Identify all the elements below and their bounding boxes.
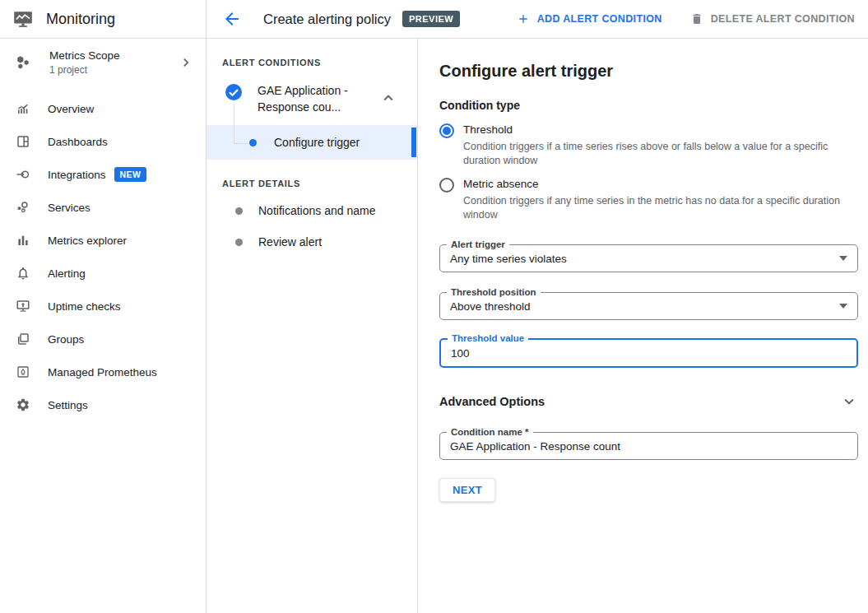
sidebar-item-settings[interactable]: Settings xyxy=(0,388,206,421)
chevron-right-icon xyxy=(178,54,194,71)
threshold-value-label: Threshold value xyxy=(448,333,528,343)
back-arrow-icon[interactable] xyxy=(222,9,242,29)
alert-details-header: ALERT DETAILS xyxy=(222,179,417,188)
threshold-position-select[interactable]: Threshold position Above threshold xyxy=(439,292,858,320)
step-notifications-and-name[interactable]: Notifications and name xyxy=(207,195,417,226)
header-actions: ADD ALERT CONDITION DELETE ALERT CONDITI… xyxy=(517,12,855,26)
metric-absence-radio-description: Condition triggers if any time series in… xyxy=(463,194,857,222)
sidebar-nav: Overview Dashboards Integrations NEW Ser… xyxy=(0,86,206,421)
sidebar-item-uptime-checks[interactable]: Uptime checks xyxy=(0,290,206,323)
threshold-radio[interactable] xyxy=(439,123,454,138)
metrics-scope-selector[interactable]: Metrics Scope 1 project xyxy=(0,39,206,86)
radio-texts: Metric absence Condition triggers if any… xyxy=(463,178,857,222)
condition-name-input[interactable] xyxy=(450,440,847,453)
sidebar-item-metrics-explorer[interactable]: Metrics explorer xyxy=(0,224,206,257)
page-title: Create alerting policy xyxy=(263,12,391,27)
monitoring-logo-icon xyxy=(12,8,34,30)
step-bullet xyxy=(235,239,243,246)
sidebar-item-dashboards[interactable]: Dashboards xyxy=(0,125,206,158)
new-badge: NEW xyxy=(114,167,147,182)
alert-steps-panel: ALERT CONDITIONS GAE Application - Respo… xyxy=(207,39,418,613)
configure-trigger-panel: Configure alert trigger Condition type T… xyxy=(418,39,868,613)
alert-trigger-label: Alert trigger xyxy=(447,239,509,249)
integrations-icon xyxy=(16,167,30,182)
threshold-position-value: Above threshold xyxy=(450,300,531,313)
metrics-explorer-icon xyxy=(16,233,30,248)
condition-block: GAE Application - Response cou... Config… xyxy=(207,67,417,160)
alert-conditions-header: ALERT CONDITIONS xyxy=(222,58,417,67)
nav-label: Integrations xyxy=(48,169,106,181)
condition-name-line1: GAE Application - xyxy=(258,82,364,99)
delete-alert-condition-button[interactable]: DELETE ALERT CONDITION xyxy=(690,12,855,26)
condition-type-label: Condition type xyxy=(439,99,857,112)
dropdown-arrow-icon xyxy=(839,256,847,261)
nav-label: Groups xyxy=(48,333,84,346)
sidebar-item-groups[interactable]: Groups xyxy=(0,323,206,355)
nav-label: Uptime checks xyxy=(48,300,121,313)
condition-name-label: Condition name * xyxy=(447,427,533,437)
uptime-icon xyxy=(16,299,30,313)
prometheus-icon xyxy=(16,365,30,379)
delete-alert-condition-label: DELETE ALERT CONDITION xyxy=(711,13,855,25)
advanced-options-toggle[interactable]: Advanced Options xyxy=(439,392,858,411)
sidebar-item-services[interactable]: Services xyxy=(0,191,206,224)
metric-absence-radio-label: Metric absence xyxy=(463,178,857,190)
radio-texts: Threshold Condition triggers if a time s… xyxy=(463,123,857,168)
chevron-down-icon xyxy=(840,392,858,411)
plus-icon xyxy=(517,12,530,26)
overview-icon xyxy=(16,101,30,116)
page-header: Create alerting policy PREVIEW ADD ALERT… xyxy=(207,0,868,39)
trash-icon xyxy=(690,12,703,26)
nav-label: Dashboards xyxy=(48,136,108,148)
radio-option-metric-absence: Metric absence Condition triggers if any… xyxy=(439,178,857,222)
step-review-alert[interactable]: Review alert xyxy=(207,226,417,258)
metrics-scope-text: Metrics Scope 1 project xyxy=(49,49,178,76)
configure-trigger-label: Configure trigger xyxy=(274,136,360,149)
panel-title: Configure alert trigger xyxy=(439,62,857,81)
sidebar: Monitoring Metrics Scope 1 project Overv… xyxy=(0,0,207,613)
services-icon xyxy=(16,200,30,215)
condition-name-line2: Response cou... xyxy=(258,99,364,115)
nav-label: Managed Prometheus xyxy=(48,366,157,378)
chevron-up-icon[interactable] xyxy=(379,89,397,107)
add-alert-condition-label: ADD ALERT CONDITION xyxy=(537,13,662,25)
sidebar-item-alerting[interactable]: Alerting xyxy=(0,257,206,290)
nav-label: Settings xyxy=(48,399,88,411)
condition-name-text: GAE Application - Response cou... xyxy=(258,82,364,115)
condition-item[interactable]: GAE Application - Response cou... xyxy=(207,67,417,115)
threshold-position-label: Threshold position xyxy=(447,287,541,297)
app-title: Monitoring xyxy=(46,11,115,28)
check-circle-icon xyxy=(224,82,244,115)
alert-trigger-select[interactable]: Alert trigger Any time series violates xyxy=(439,244,858,272)
preview-badge: PREVIEW xyxy=(402,11,460,27)
advanced-options-label: Advanced Options xyxy=(439,395,545,408)
alert-details-group: Notifications and name Review alert xyxy=(207,195,417,258)
sidebar-item-overview[interactable]: Overview xyxy=(0,92,206,125)
threshold-radio-description: Condition triggers if a time series rise… xyxy=(463,140,857,168)
alert-trigger-value: Any time series violates xyxy=(450,253,567,265)
sidebar-item-managed-prometheus[interactable]: Managed Prometheus xyxy=(0,355,206,388)
add-alert-condition-button[interactable]: ADD ALERT CONDITION xyxy=(517,12,662,26)
nav-label: Metrics explorer xyxy=(48,235,127,247)
sidebar-item-integrations[interactable]: Integrations NEW xyxy=(0,158,206,191)
gear-icon xyxy=(16,397,30,412)
threshold-radio-label: Threshold xyxy=(463,123,857,136)
condition-name-field: Condition name * xyxy=(439,432,858,460)
nav-label: Overview xyxy=(48,103,94,115)
groups-icon xyxy=(16,332,30,346)
radio-option-threshold: Threshold Condition triggers if a time s… xyxy=(439,123,857,168)
app-header: Monitoring xyxy=(0,0,206,39)
notifications-label: Notifications and name xyxy=(258,204,375,217)
metrics-scope-project-count: 1 project xyxy=(49,64,178,76)
metric-absence-radio[interactable] xyxy=(439,178,454,193)
dropdown-arrow-icon xyxy=(839,304,847,309)
threshold-value-input[interactable] xyxy=(451,347,847,360)
nav-label: Alerting xyxy=(48,267,86,280)
step-bullet xyxy=(235,207,243,215)
step-configure-trigger[interactable]: Configure trigger xyxy=(207,125,417,160)
nav-label: Services xyxy=(48,202,91,214)
bell-icon xyxy=(16,266,30,281)
review-alert-label: Review alert xyxy=(258,235,322,248)
next-button[interactable]: NEXT xyxy=(439,478,495,502)
metrics-scope-label: Metrics Scope xyxy=(49,49,178,62)
